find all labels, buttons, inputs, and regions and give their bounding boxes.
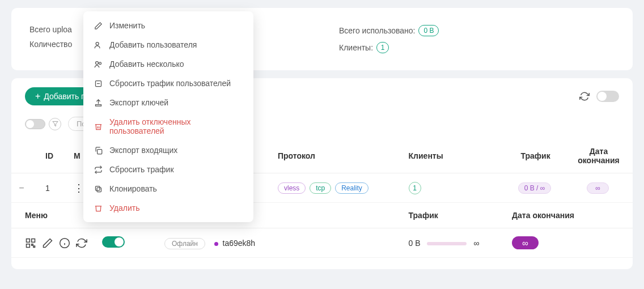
svg-rect-2 — [32, 239, 35, 242]
menu-export-keys-label: Экспорт ключей — [109, 98, 168, 107]
filter-toggle[interactable] — [25, 119, 45, 129]
users-icon — [94, 60, 103, 69]
sub-col-traffic: Трафик — [403, 203, 507, 228]
users-count-label: Количество — [29, 40, 72, 49]
col-protocol: Протокол — [272, 139, 403, 173]
client-traffic-text: 0 B — [409, 239, 421, 248]
menu-add-user[interactable]: Добавить пользователя — [83, 35, 253, 54]
retweet-icon — [94, 79, 103, 88]
svg-point-10 — [95, 61, 98, 64]
svg-point-11 — [99, 62, 101, 64]
svg-rect-14 — [97, 149, 101, 154]
client-traffic-inf: ∞ — [473, 239, 479, 248]
clients-stat: Клиенты: 1 — [339, 42, 615, 53]
upload-label: Всего uploa — [29, 25, 72, 34]
clients-value-pill: 1 — [376, 42, 389, 53]
menu-edit[interactable]: Изменить — [83, 16, 253, 35]
plus-icon: + — [35, 92, 40, 101]
svg-rect-15 — [97, 188, 101, 192]
client-traffic-cell: 0 B ∞ — [403, 228, 507, 258]
clone-icon — [94, 184, 103, 193]
menu-add-bulk-label: Добавить несколько — [109, 60, 184, 69]
add-button-label: Добавить п — [44, 92, 85, 101]
sub-row: Офлайн ta69ek8h 0 B ∞ ∞ — [11, 228, 633, 258]
copy-icon — [94, 146, 103, 155]
menu-reset-user-traffic[interactable]: Сбросить трафик пользователей — [83, 74, 253, 93]
used-value-pill: 0 B — [418, 25, 439, 36]
col-traffic: Трафик — [506, 139, 565, 173]
menu-add-bulk[interactable]: Добавить несколько — [83, 54, 253, 74]
svg-rect-1 — [27, 239, 30, 242]
sub-col-expiry: Дата окончания — [506, 203, 633, 228]
tag-tcp: tcp — [310, 182, 331, 194]
trash2-icon — [94, 203, 103, 212]
menu-reset-traffic-label: Сбросить трафик — [109, 165, 174, 174]
cell-clients: 1 — [409, 182, 421, 194]
menu-clone-label: Клонировать — [109, 184, 157, 193]
info-icon[interactable] — [59, 237, 70, 249]
svg-rect-13 — [95, 104, 101, 106]
trash-icon — [94, 122, 103, 131]
menu-export-inbounds[interactable]: Экспорт входящих — [83, 141, 253, 160]
client-expiry: ∞ — [512, 236, 539, 249]
client-name: ta69ek8h — [223, 239, 256, 248]
tag-vless: vless — [278, 182, 306, 194]
edit-icon[interactable] — [42, 237, 53, 249]
menu-export-keys[interactable]: Экспорт ключей — [83, 93, 253, 112]
cell-id: 1 — [40, 173, 68, 203]
col-expiry: Дата окончания — [565, 139, 633, 173]
user-plus-icon — [94, 40, 103, 49]
row-expander[interactable]: − — [17, 183, 26, 193]
svg-rect-16 — [95, 186, 100, 190]
menu-delete-depleted-label: Удалить отключенных пользователей — [109, 117, 243, 135]
cell-protocol: vless tcp Reality — [272, 173, 403, 203]
cell-expiry: ∞ — [587, 182, 609, 194]
menu-add-user-label: Добавить пользователя — [109, 40, 197, 49]
svg-point-9 — [96, 42, 99, 45]
row-context-menu: Изменить Добавить пользователя Добавить … — [83, 11, 253, 222]
svg-rect-3 — [27, 244, 30, 247]
col-id: ID — [40, 139, 68, 173]
refresh-icon[interactable] — [579, 91, 590, 101]
client-dot-icon — [214, 242, 218, 246]
menu-delete-depleted[interactable]: Удалить отключенных пользователей — [83, 112, 253, 141]
tag-reality: Reality — [335, 182, 368, 194]
svg-rect-5 — [33, 246, 35, 248]
qr-icon[interactable] — [25, 237, 36, 249]
col-clients: Клиенты — [403, 139, 507, 173]
retweet2-icon — [94, 165, 103, 174]
auto-refresh-toggle[interactable] — [596, 91, 619, 102]
client-enable-toggle[interactable] — [102, 236, 125, 248]
menu-reset-user-traffic-label: Сбросить трафик пользователей — [109, 79, 231, 88]
svg-marker-0 — [52, 121, 57, 126]
client-actions — [25, 237, 91, 249]
menu-edit-label: Изменить — [109, 21, 145, 30]
menu-delete[interactable]: Удалить — [83, 198, 253, 218]
menu-delete-label: Удалить — [109, 203, 139, 212]
used-stat: Всего использовано: 0 B — [339, 25, 615, 36]
menu-reset-traffic[interactable]: Сбросить трафик — [83, 160, 253, 179]
pencil-icon — [94, 21, 103, 30]
used-label: Всего использовано: — [339, 26, 415, 35]
svg-rect-4 — [32, 244, 33, 245]
funnel-icon[interactable] — [49, 118, 61, 130]
client-online-status: Офлайн — [164, 238, 205, 249]
cell-traffic: 0 B / ∞ — [518, 182, 552, 194]
export-icon — [94, 98, 103, 107]
client-traffic-bar — [427, 242, 467, 245]
row-menu-button[interactable]: ⋮ — [74, 182, 82, 194]
clients-label: Клиенты: — [339, 43, 373, 52]
menu-clone[interactable]: Клонировать — [83, 179, 253, 198]
reset-icon[interactable] — [76, 237, 87, 249]
menu-export-inbounds-label: Экспорт входящих — [109, 146, 177, 155]
